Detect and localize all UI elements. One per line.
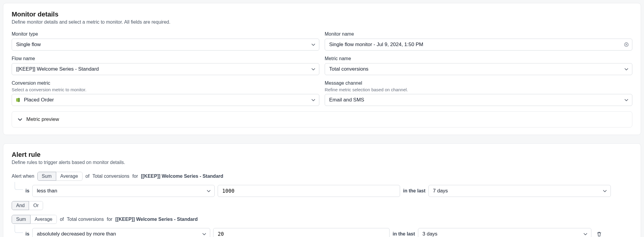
message-channel-select[interactable]: Email and SMS [325, 94, 632, 106]
monitor-name-input[interactable] [325, 39, 632, 51]
cond1-period-value: 7 days [433, 188, 448, 194]
metric-preview-toggle[interactable]: Metric preview [12, 111, 632, 127]
in-the-last-text: in the last [403, 188, 425, 194]
cond1-comparator-value: less than [37, 188, 57, 194]
alert-when-text: Alert when [12, 174, 34, 179]
branch-line [15, 182, 23, 190]
of-text: of [60, 217, 64, 222]
clear-icon[interactable] [624, 42, 629, 47]
section-title: Alert rule [12, 151, 632, 159]
chevron-down-icon [206, 189, 211, 193]
branch-line [15, 225, 23, 233]
flow-name-label: Flow name [12, 56, 319, 61]
chevron-down-icon [583, 232, 588, 236]
monitor-details-card: Monitor details Define monitor details a… [3, 3, 641, 135]
cond2-period-value: 3 days [422, 231, 437, 237]
logic-operator-row: And Or [12, 201, 632, 210]
chevron-down-icon [624, 67, 629, 72]
cond2-comparator-select[interactable]: absolutely decreased by more than [32, 228, 210, 237]
delete-condition-button[interactable] [594, 229, 604, 237]
cond2-comparator-value: absolutely decreased by more than [37, 231, 116, 237]
is-text: is [25, 231, 29, 237]
chevron-down-icon [311, 98, 316, 102]
chevron-down-icon [311, 67, 316, 72]
condition-2-body-1: is absolutely decreased by more than in … [12, 228, 632, 237]
cond1-sum-button[interactable]: Sum [37, 172, 56, 181]
metric-name-select[interactable]: Total conversions [325, 63, 632, 75]
cond2-flow: [[KEEP]] Welcome Series - Standard [115, 217, 198, 222]
in-the-last-text: in the last [393, 231, 415, 237]
flow-name-value: [[KEEP]] Welcome Series - Standard [16, 66, 99, 72]
cond1-metric: Total conversions [92, 174, 129, 179]
condition-1-body: is less than in the last 7 days [12, 185, 632, 197]
cond2-average-button[interactable]: Average [30, 215, 57, 224]
and-button[interactable]: And [12, 201, 29, 210]
cond1-agg-toggle: Sum Average [37, 172, 83, 181]
conversion-metric-sub: Select a conversion metric to monitor. [12, 87, 319, 92]
metric-name-value: Total conversions [329, 66, 368, 72]
monitor-type-select[interactable]: Single flow [12, 39, 319, 51]
logic-toggle: And Or [12, 201, 43, 210]
message-channel-label: Message channel [325, 80, 632, 86]
or-button[interactable]: Or [29, 201, 43, 210]
chevron-down-icon [602, 189, 607, 193]
alert-rule-card: Alert rule Define rules to trigger alert… [3, 143, 641, 237]
cond2-agg-toggle: Sum Average [12, 215, 57, 224]
conversion-metric-label: Conversion metric [12, 80, 319, 86]
cond2-sum-button[interactable]: Sum [12, 215, 30, 224]
conversion-metric-value: Placed Order [24, 97, 54, 103]
message-channel-sub: Refine metric selection based on channel… [325, 87, 632, 92]
cond2-metric: Total conversions [67, 217, 104, 222]
monitor-type-value: Single flow [16, 42, 41, 48]
section-title: Monitor details [12, 10, 632, 18]
cond1-flow: [[KEEP]] Welcome Series - Standard [141, 174, 223, 179]
section-desc: Define rules to trigger alerts based on … [12, 160, 632, 165]
monitor-name-label: Monitor name [325, 31, 632, 37]
cond1-value-input[interactable] [218, 185, 400, 197]
chevron-down-icon [202, 232, 207, 236]
message-channel-value: Email and SMS [329, 97, 364, 103]
metric-name-label: Metric name [325, 56, 632, 61]
conversion-metric-select[interactable]: Placed Order [12, 94, 319, 106]
cond1-comparator-select[interactable]: less than [32, 185, 215, 197]
trash-icon [596, 231, 602, 237]
cond2-value-input[interactable] [213, 228, 390, 237]
condition-1-header: Alert when Sum Average of Total conversi… [12, 172, 632, 181]
chevron-down-icon [17, 117, 23, 122]
monitor-type-label: Monitor type [12, 31, 319, 37]
cond1-period-select[interactable]: 7 days [428, 185, 611, 197]
chevron-down-icon [311, 42, 316, 47]
cond2-period-select[interactable]: 3 days [418, 228, 591, 237]
section-desc: Define monitor details and select a metr… [12, 19, 632, 25]
for-text: for [107, 217, 112, 222]
condition-2-header: Sum Average of Total conversions for [[K… [12, 215, 632, 224]
shopify-icon [15, 97, 21, 103]
for-text: for [132, 174, 138, 179]
cond1-average-button[interactable]: Average [56, 172, 83, 181]
metric-preview-label: Metric preview [26, 116, 59, 122]
chevron-down-icon [624, 98, 629, 102]
of-text: of [86, 174, 89, 179]
is-text: is [25, 188, 29, 194]
flow-name-select[interactable]: [[KEEP]] Welcome Series - Standard [12, 63, 319, 75]
